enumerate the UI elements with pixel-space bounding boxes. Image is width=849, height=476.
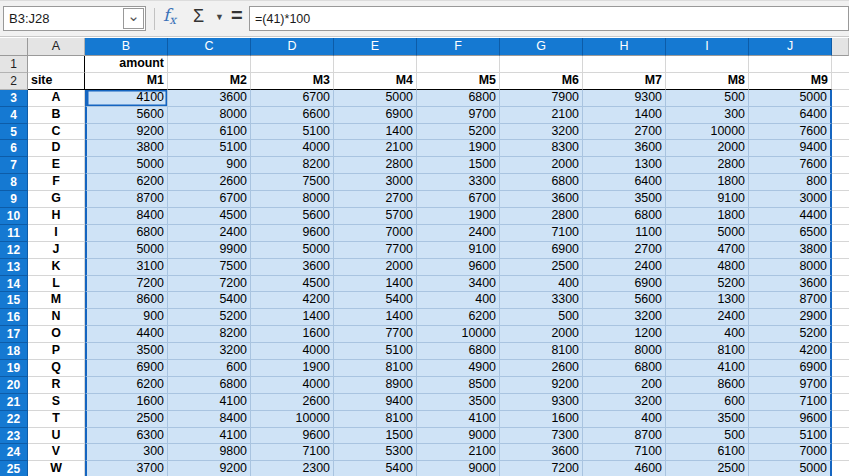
cell-H24[interactable]: 7100 (583, 444, 666, 461)
cell-right-margin-15[interactable] (832, 292, 849, 309)
cell-D7[interactable]: 8200 (251, 157, 334, 174)
column-header-J[interactable]: J (749, 38, 832, 56)
cell-D5[interactable]: 5100 (251, 124, 334, 141)
cell-G21[interactable]: 9300 (500, 394, 583, 411)
cell-D11[interactable]: 9600 (251, 225, 334, 242)
row-header-15[interactable]: 15 (0, 292, 28, 309)
cell-B14[interactable]: 7200 (85, 276, 168, 293)
cell-D4[interactable]: 6600 (251, 107, 334, 124)
cell-B1[interactable]: amount (85, 56, 168, 73)
sum-dropdown-icon[interactable]: ▼ (215, 12, 224, 22)
cell-C18[interactable]: 3200 (168, 343, 251, 360)
cell-E17[interactable]: 7700 (334, 326, 417, 343)
cell-D23[interactable]: 9600 (251, 428, 334, 445)
row-header-2[interactable]: 2 (0, 73, 28, 90)
cell-right-margin-11[interactable] (832, 225, 849, 242)
cell-F24[interactable]: 2100 (417, 444, 500, 461)
cell-D12[interactable]: 5000 (251, 242, 334, 259)
cell-A9[interactable]: G (28, 191, 85, 208)
cell-J23[interactable]: 5100 (749, 428, 832, 445)
cell-I20[interactable]: 8600 (666, 377, 749, 394)
cell-right-margin-3[interactable] (832, 90, 849, 107)
name-box-dropdown-icon[interactable]: ⌄ (123, 8, 144, 29)
cell-I6[interactable]: 2000 (666, 140, 749, 157)
cell-right-margin-23[interactable] (832, 428, 849, 445)
cell-J6[interactable]: 9400 (749, 140, 832, 157)
row-header-5[interactable]: 5 (0, 124, 28, 141)
cell-I23[interactable]: 500 (666, 428, 749, 445)
cell-E22[interactable]: 8100 (334, 411, 417, 428)
cell-I7[interactable]: 2800 (666, 157, 749, 174)
cell-C21[interactable]: 4100 (168, 394, 251, 411)
cell-I18[interactable]: 8100 (666, 343, 749, 360)
cell-C19[interactable]: 600 (168, 360, 251, 377)
cell-A19[interactable]: Q (28, 360, 85, 377)
cell-E11[interactable]: 7000 (334, 225, 417, 242)
row-header-6[interactable]: 6 (0, 140, 28, 157)
column-header-C[interactable]: C (168, 38, 251, 56)
cell-C22[interactable]: 8400 (168, 411, 251, 428)
cell-right-margin-13[interactable] (832, 259, 849, 276)
cell-G25[interactable]: 7200 (500, 461, 583, 476)
cell-B18[interactable]: 3500 (85, 343, 168, 360)
row-header-18[interactable]: 18 (0, 343, 28, 360)
cell-D22[interactable]: 10000 (251, 411, 334, 428)
cell-A5[interactable]: C (28, 124, 85, 141)
name-box[interactable]: B3:J28 ⌄ (3, 6, 146, 31)
cell-E1[interactable] (334, 56, 417, 73)
cell-E16[interactable]: 1400 (334, 309, 417, 326)
cell-H19[interactable]: 6800 (583, 360, 666, 377)
cell-I11[interactable]: 5000 (666, 225, 749, 242)
cell-D24[interactable]: 7100 (251, 444, 334, 461)
cell-E20[interactable]: 8900 (334, 377, 417, 394)
cell-D19[interactable]: 1900 (251, 360, 334, 377)
cell-D2[interactable]: M3 (251, 73, 334, 90)
cell-A21[interactable]: S (28, 394, 85, 411)
cell-J14[interactable]: 3600 (749, 276, 832, 293)
cell-I3[interactable]: 500 (666, 90, 749, 107)
cell-E24[interactable]: 5300 (334, 444, 417, 461)
cell-D10[interactable]: 5600 (251, 208, 334, 225)
cell-F20[interactable]: 8500 (417, 377, 500, 394)
cell-H15[interactable]: 5600 (583, 292, 666, 309)
cell-I9[interactable]: 9100 (666, 191, 749, 208)
cell-A24[interactable]: V (28, 444, 85, 461)
cell-C17[interactable]: 8200 (168, 326, 251, 343)
cell-C2[interactable]: M2 (168, 73, 251, 90)
cell-I15[interactable]: 1300 (666, 292, 749, 309)
cell-C13[interactable]: 7500 (168, 259, 251, 276)
cell-F22[interactable]: 4100 (417, 411, 500, 428)
cell-I5[interactable]: 10000 (666, 124, 749, 141)
cell-H2[interactable]: M7 (583, 73, 666, 90)
cell-C25[interactable]: 9200 (168, 461, 251, 476)
cell-H25[interactable]: 4600 (583, 461, 666, 476)
cell-H20[interactable]: 200 (583, 377, 666, 394)
cell-F1[interactable] (417, 56, 500, 73)
cell-E21[interactable]: 9400 (334, 394, 417, 411)
row-header-20[interactable]: 20 (0, 377, 28, 394)
cell-G14[interactable]: 400 (500, 276, 583, 293)
cell-G13[interactable]: 2500 (500, 259, 583, 276)
cell-E4[interactable]: 6900 (334, 107, 417, 124)
row-header-22[interactable]: 22 (0, 411, 28, 428)
cell-B8[interactable]: 6200 (85, 174, 168, 191)
cell-G22[interactable]: 1600 (500, 411, 583, 428)
cell-J9[interactable]: 3000 (749, 191, 832, 208)
cell-C14[interactable]: 7200 (168, 276, 251, 293)
cell-J24[interactable]: 7000 (749, 444, 832, 461)
cell-F8[interactable]: 3300 (417, 174, 500, 191)
cell-A13[interactable]: K (28, 259, 85, 276)
cell-G12[interactable]: 6900 (500, 242, 583, 259)
cell-B6[interactable]: 3800 (85, 140, 168, 157)
cell-right-margin-22[interactable] (832, 411, 849, 428)
cell-F6[interactable]: 1900 (417, 140, 500, 157)
column-header-F[interactable]: F (417, 38, 500, 56)
cell-B7[interactable]: 5000 (85, 157, 168, 174)
cell-D8[interactable]: 7500 (251, 174, 334, 191)
row-header-1[interactable]: 1 (0, 56, 28, 73)
cell-D16[interactable]: 1400 (251, 309, 334, 326)
cell-C12[interactable]: 9900 (168, 242, 251, 259)
cell-C16[interactable]: 5200 (168, 309, 251, 326)
cell-B9[interactable]: 8700 (85, 191, 168, 208)
cell-F7[interactable]: 1500 (417, 157, 500, 174)
